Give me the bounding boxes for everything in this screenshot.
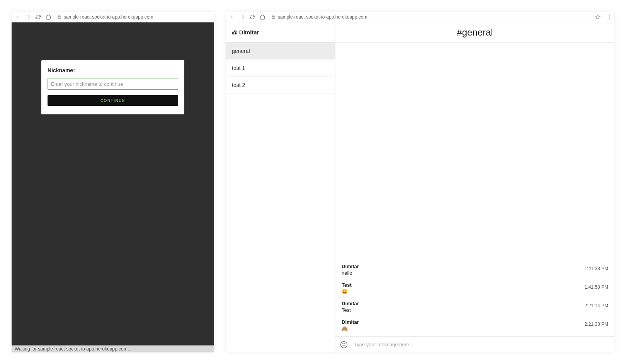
message-user: Test — [342, 282, 352, 288]
username-prefix: @ — [232, 29, 238, 36]
message-user: Dimitar — [342, 301, 359, 306]
login-screen: Nickname: CONTINUE Waiting for sample-re… — [12, 22, 214, 352]
svg-point-5 — [609, 18, 611, 19]
lock-icon — [271, 15, 276, 19]
message-time: 2:21:14 PM — [585, 303, 608, 308]
message-time: 2:21:38 PM — [585, 321, 608, 327]
home-icon[interactable] — [46, 14, 51, 20]
message-text: Test — [342, 307, 359, 313]
channel-item[interactable]: test 2 — [226, 77, 335, 94]
message-content: Dimitar🙈 — [342, 319, 359, 332]
reload-icon[interactable] — [36, 14, 41, 20]
message-user: Dimitar — [342, 319, 359, 325]
browser-toolbar: sample-react-socket-io-app.herokuapp.com — [226, 12, 614, 22]
message-row: Test😀1:41:58 PM — [342, 281, 608, 296]
reload-icon[interactable] — [250, 14, 255, 20]
login-card: Nickname: CONTINUE — [41, 60, 184, 114]
emoji-icon[interactable] — [340, 341, 348, 349]
forward-icon[interactable] — [240, 14, 245, 20]
back-icon[interactable] — [230, 14, 235, 20]
chat-app: @ Dimitar generaltest 1test 2 #general D… — [226, 22, 614, 352]
nickname-label: Nickname: — [48, 67, 178, 73]
browser-status-bar: Waiting for sample-react-socket-io-app.h… — [12, 345, 214, 352]
message-user: Dimitar — [342, 264, 359, 269]
message-time: 1:41:38 PM — [585, 266, 608, 271]
bookmark-icon[interactable] — [595, 14, 600, 20]
message-row: Dimitar🙈2:21:38 PM — [342, 318, 608, 333]
channel-list: generaltest 1test 2 — [226, 43, 335, 94]
svg-point-4 — [609, 16, 611, 17]
svg-point-8 — [345, 343, 345, 344]
message-row: DimitarTest2:21:14 PM — [342, 299, 608, 315]
login-window: sample-react-socket-io-app.herokuapp.com… — [12, 12, 214, 352]
message-row: Dimitarhello1:41:38 PM — [342, 262, 608, 277]
main-chat: #general Dimitarhello1:41:38 PMTest😀1:41… — [335, 22, 614, 352]
forward-icon[interactable] — [26, 14, 31, 20]
channel-name: test 2 — [232, 82, 245, 88]
message-input[interactable] — [354, 342, 610, 347]
message-text: 😀 — [342, 289, 352, 294]
message-text: 🙈 — [342, 326, 359, 332]
continue-button[interactable]: CONTINUE — [48, 95, 178, 106]
svg-rect-1 — [272, 17, 275, 19]
username-text: Dimitar — [239, 29, 259, 36]
sidebar-username: @ Dimitar — [226, 22, 335, 43]
address-bar[interactable]: sample-react-socket-io-app.herokuapp.com — [270, 14, 590, 20]
url-text: sample-react-socket-io-app.herokuapp.com — [64, 14, 153, 20]
svg-point-3 — [609, 14, 611, 15]
lock-icon — [57, 15, 61, 19]
message-content: Test😀 — [342, 282, 352, 294]
address-bar[interactable]: sample-react-socket-io-app.herokuapp.com — [56, 14, 210, 20]
message-content: Dimitarhello — [342, 264, 359, 276]
browser-toolbar: sample-react-socket-io-app.herokuapp.com — [12, 12, 214, 22]
menu-icon[interactable] — [609, 14, 611, 20]
svg-marker-2 — [595, 15, 600, 19]
composer — [335, 336, 614, 352]
url-text: sample-react-socket-io-app.herokuapp.com — [278, 14, 367, 20]
channel-name: test 1 — [232, 65, 245, 71]
svg-point-7 — [343, 343, 343, 344]
back-icon[interactable] — [15, 14, 21, 20]
chat-window: sample-react-socket-io-app.herokuapp.com… — [226, 12, 614, 352]
channel-item[interactable]: test 1 — [226, 60, 335, 77]
home-icon[interactable] — [260, 14, 265, 20]
message-time: 1:41:58 PM — [585, 284, 608, 290]
channel-title: #general — [335, 22, 614, 43]
message-list: Dimitarhello1:41:38 PMTest😀1:41:58 PMDim… — [335, 43, 614, 336]
message-text: hello — [342, 270, 359, 276]
nickname-input[interactable] — [48, 78, 178, 90]
channel-item[interactable]: general — [226, 43, 335, 60]
svg-rect-0 — [58, 17, 61, 19]
svg-point-6 — [341, 341, 347, 348]
channel-name: general — [232, 48, 250, 54]
sidebar: @ Dimitar generaltest 1test 2 — [226, 22, 335, 352]
message-content: DimitarTest — [342, 301, 359, 313]
